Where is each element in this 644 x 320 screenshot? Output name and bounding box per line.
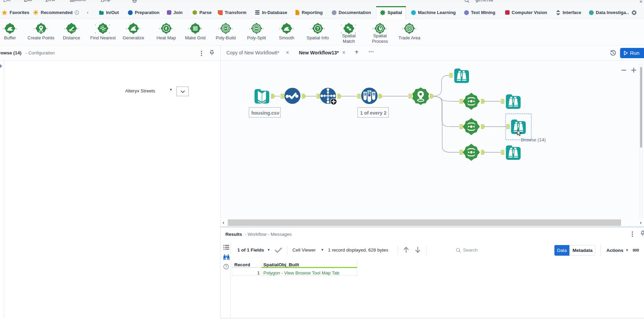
- svg-text:›: ›: [126, 26, 127, 30]
- svg-text:›: ›: [249, 26, 250, 30]
- svg-text:›: ›: [415, 26, 417, 30]
- svg-text:›: ›: [279, 26, 280, 30]
- svg-text:›: ›: [64, 26, 65, 30]
- svg-text:›: ›: [232, 26, 233, 30]
- svg-text:›: ›: [109, 23, 110, 27]
- svg-text:›: ›: [402, 26, 403, 30]
- svg-text:1 of every 2: 1 of every 2: [360, 110, 386, 116]
- svg-text:?: ?: [225, 265, 227, 269]
- svg-text:›: ›: [262, 26, 264, 30]
- svg-text:›: ›: [201, 26, 202, 30]
- svg-text:›: ›: [355, 23, 356, 27]
- svg-text:Browse (14): Browse (14): [521, 137, 546, 142]
- svg-text:›: ›: [34, 26, 35, 30]
- svg-text:›: ›: [172, 26, 173, 30]
- svg-text:›: ›: [139, 26, 141, 30]
- svg-text:›: ›: [159, 26, 160, 30]
- svg-text:›: ›: [341, 23, 342, 27]
- svg-text:›: ›: [95, 30, 96, 35]
- svg-text:›: ›: [386, 26, 387, 30]
- svg-text:›: ›: [77, 26, 79, 30]
- svg-text:›: ›: [47, 26, 48, 30]
- svg-text:›: ›: [324, 26, 325, 30]
- svg-text:›: ›: [292, 26, 294, 30]
- svg-text:›: ›: [372, 26, 374, 30]
- svg-text:›: ›: [109, 30, 110, 35]
- svg-text:housing.csv: housing.csv: [251, 110, 279, 116]
- svg-text:›: ›: [218, 26, 220, 30]
- svg-text:›: ›: [188, 26, 189, 30]
- svg-text:›: ›: [95, 23, 96, 27]
- svg-text:›: ›: [16, 26, 17, 30]
- svg-text:›: ›: [2, 26, 4, 30]
- svg-text:?: ?: [316, 26, 319, 31]
- svg-text:›: ›: [310, 26, 312, 30]
- svg-text:i: i: [77, 11, 77, 14]
